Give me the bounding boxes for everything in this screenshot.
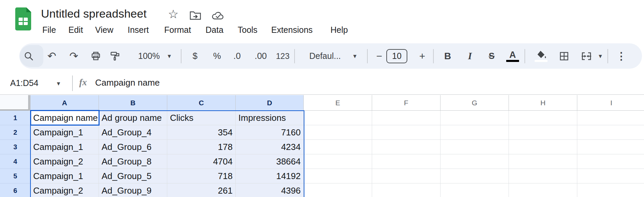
menu-help[interactable]: Help <box>330 24 348 35</box>
column-header-H[interactable]: H <box>509 95 577 111</box>
increase-font-size-button[interactable]: + <box>419 43 425 69</box>
font-size-value[interactable]: 10 <box>386 49 407 63</box>
cell-D6[interactable]: 4396 <box>236 183 304 197</box>
row-header-4[interactable]: 4 <box>0 154 30 169</box>
cell-I6[interactable] <box>577 183 644 197</box>
cell-F4[interactable] <box>372 154 441 169</box>
cell-F6[interactable] <box>372 183 441 197</box>
decrease-font-size-button[interactable]: − <box>376 43 382 69</box>
menu-file[interactable]: File <box>42 24 56 35</box>
row-header-2[interactable]: 2 <box>0 125 30 140</box>
row-header-6[interactable]: 6 <box>0 183 30 197</box>
cell-C2[interactable]: 354 <box>167 125 236 140</box>
row-header-3[interactable]: 3 <box>0 140 30 154</box>
cell-C3[interactable]: 178 <box>167 140 236 154</box>
column-header-E[interactable]: E <box>304 95 372 111</box>
cell-F3[interactable] <box>372 140 441 154</box>
cell-H4[interactable] <box>509 154 577 169</box>
cell-H6[interactable] <box>509 183 577 197</box>
column-header-F[interactable]: F <box>372 95 441 111</box>
cell-B1[interactable]: Ad group name <box>99 111 167 125</box>
more-formats-button[interactable]: 123 <box>276 43 289 69</box>
star-icon[interactable]: ☆ <box>168 7 178 21</box>
cell-H2[interactable] <box>509 125 577 140</box>
zoom-caret-icon[interactable]: ▾ <box>168 43 171 69</box>
cell-I1[interactable] <box>577 111 644 125</box>
name-box[interactable]: A1:D54 <box>10 78 38 88</box>
column-header-I[interactable]: I <box>577 95 644 111</box>
menu-view[interactable]: View <box>95 24 113 35</box>
print-icon[interactable] <box>90 43 101 69</box>
cell-D1[interactable]: Impressions <box>236 111 304 125</box>
decrease-decimal-button[interactable]: .0 <box>233 43 241 69</box>
cell-B4[interactable]: Ad_Group_8 <box>99 154 167 169</box>
text-color-button[interactable]: A <box>506 43 519 69</box>
menu-extensions[interactable]: Extensions <box>271 24 313 35</box>
menu-insert[interactable]: Insert <box>128 24 149 35</box>
font-size-input[interactable]: 10 <box>386 43 407 69</box>
cell-A6[interactable]: Campaign_2 <box>30 183 99 197</box>
cell-E5[interactable] <box>304 169 372 183</box>
merge-caret-icon[interactable]: ▾ <box>599 43 602 69</box>
column-header-D[interactable]: D <box>236 95 304 111</box>
merge-cells-icon[interactable] <box>581 43 592 69</box>
move-folder-icon[interactable] <box>189 10 201 21</box>
font-name-select[interactable]: Defaul... <box>309 43 341 69</box>
menu-data[interactable]: Data <box>206 24 223 35</box>
cell-A5[interactable]: Campaign_1 <box>30 169 99 183</box>
cell-G4[interactable] <box>441 154 509 169</box>
zoom-level[interactable]: 100% <box>138 43 160 69</box>
paint-format-icon[interactable] <box>110 43 121 69</box>
cell-E6[interactable] <box>304 183 372 197</box>
cell-C4[interactable]: 4704 <box>167 154 236 169</box>
cell-H3[interactable] <box>509 140 577 154</box>
cell-B6[interactable]: Ad_Group_9 <box>99 183 167 197</box>
cell-I4[interactable] <box>577 154 644 169</box>
column-header-B[interactable]: B <box>99 95 167 111</box>
formula-input[interactable]: Campaign name <box>95 78 160 88</box>
bold-button[interactable]: B <box>444 43 451 69</box>
row-header-1[interactable]: 1 <box>0 111 30 125</box>
fill-color-button[interactable] <box>535 43 548 69</box>
cell-G6[interactable] <box>441 183 509 197</box>
document-title[interactable]: Untitled spreadsheet <box>41 7 147 20</box>
cloud-check-icon[interactable] <box>211 10 225 21</box>
sheets-logo-icon[interactable] <box>15 7 31 30</box>
cell-A3[interactable]: Campaign_1 <box>30 140 99 154</box>
cell-D4[interactable]: 38664 <box>236 154 304 169</box>
cell-A2[interactable]: Campaign_1 <box>30 125 99 140</box>
select-all-corner[interactable] <box>0 95 30 111</box>
format-currency-button[interactable]: $ <box>193 43 197 69</box>
cell-E3[interactable] <box>304 140 372 154</box>
menu-format[interactable]: Format <box>164 24 191 35</box>
redo-icon[interactable]: ↷ <box>69 43 78 69</box>
search-icon[interactable] <box>23 43 34 69</box>
cell-C6[interactable]: 261 <box>167 183 236 197</box>
menu-tools[interactable]: Tools <box>238 24 257 35</box>
cell-D3[interactable]: 4234 <box>236 140 304 154</box>
italic-button[interactable]: I <box>468 43 472 69</box>
cell-I3[interactable] <box>577 140 644 154</box>
row-header-5[interactable]: 5 <box>0 169 30 183</box>
increase-decimal-button[interactable]: .00 <box>255 43 267 69</box>
column-header-A[interactable]: A <box>30 95 99 111</box>
column-header-C[interactable]: C <box>167 95 236 111</box>
cell-D5[interactable]: 14192 <box>236 169 304 183</box>
cell-B5[interactable]: Ad_Group_5 <box>99 169 167 183</box>
cell-F5[interactable] <box>372 169 441 183</box>
cell-F1[interactable] <box>372 111 441 125</box>
cell-G1[interactable] <box>441 111 509 125</box>
cell-H5[interactable] <box>509 169 577 183</box>
font-caret-icon[interactable]: ▾ <box>353 43 357 69</box>
cell-G5[interactable] <box>441 169 509 183</box>
cell-B3[interactable]: Ad_Group_6 <box>99 140 167 154</box>
cell-H1[interactable] <box>509 111 577 125</box>
cell-B2[interactable]: Ad_Group_4 <box>99 125 167 140</box>
cell-E2[interactable] <box>304 125 372 140</box>
cell-I5[interactable] <box>577 169 644 183</box>
undo-icon[interactable]: ↶ <box>47 43 56 69</box>
format-percent-button[interactable]: % <box>213 43 221 69</box>
borders-icon[interactable] <box>559 43 570 69</box>
strikethrough-button[interactable]: S <box>489 43 494 69</box>
more-options-icon[interactable]: ⋮ <box>616 43 626 69</box>
